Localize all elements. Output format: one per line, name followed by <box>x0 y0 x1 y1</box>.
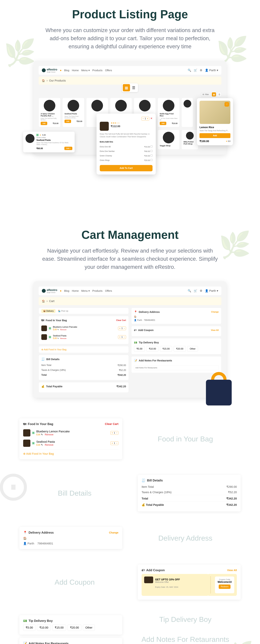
bill-details-panel: 🧾Bill Details Item Total₹290.00 Taxes & … <box>138 475 241 512</box>
addon-row[interactable]: Green Chutney₹20.00 <box>100 154 153 158</box>
nav-menu[interactable]: Menu ▾ <box>81 69 90 72</box>
grid-view-button[interactable]: ▦ <box>123 84 130 91</box>
add-button[interactable]: Add <box>64 120 71 123</box>
change-link[interactable]: Change <box>109 531 118 534</box>
redeem-button[interactable]: Redeem <box>219 584 231 589</box>
nav-blog[interactable]: Blog <box>64 290 69 292</box>
product-card[interactable]: A Spicy Chicken Paratha Roll … Enjoy The… <box>39 98 60 127</box>
product-name: Noble Egg Fried Rice <box>160 113 178 117</box>
addon-row[interactable]: Extra One Idli₹15.00 <box>100 144 153 149</box>
quantity-stepper[interactable]: +1− <box>110 442 118 445</box>
nav-blog[interactable]: Blog <box>64 69 69 72</box>
tip-option[interactable]: Other <box>187 346 198 352</box>
list-view-button[interactable]: ☰ <box>130 84 137 91</box>
edit-link[interactable]: Edit <box>36 444 40 446</box>
add-food-link[interactable]: ⊕ Add Food In Your Bag <box>23 452 54 455</box>
user-name: Parth <box>27 542 34 545</box>
settings-icon[interactable]: ⚙ <box>200 289 202 292</box>
user-phone: 7984664801 <box>37 542 53 545</box>
search-icon[interactable]: 🔍 <box>188 69 191 72</box>
view-all-link[interactable]: View All <box>227 569 237 572</box>
search-icon[interactable]: 🔍 <box>188 289 191 292</box>
tip-option[interactable]: ₹10.00 <box>37 624 51 631</box>
add-food-link[interactable]: ⊕ Add Food In Your Bag <box>41 348 66 351</box>
edit-link[interactable]: Edit <box>53 337 57 340</box>
filter-button[interactable]: ⚙ Filter <box>201 92 211 96</box>
grid-icon[interactable]: ▦ <box>212 92 216 96</box>
tip-option[interactable]: ₹15.00 <box>52 624 66 631</box>
rating-value: 0.0 <box>228 140 230 142</box>
coupon-image <box>144 576 153 583</box>
quantity-stepper[interactable]: +1− <box>118 335 126 339</box>
add-button[interactable]: Add <box>200 133 230 138</box>
quantity-stepper[interactable]: +1− <box>118 326 126 330</box>
nav-home[interactable]: Home <box>72 290 79 292</box>
edit-link[interactable]: Edit <box>36 433 40 436</box>
product-card[interactable]: BBQ Pulled Pork Wrap <box>182 130 198 150</box>
nav-menu[interactable]: Menu ▾ <box>81 289 90 292</box>
section2-desc: Navigate your cart effortlessly. Review … <box>40 247 220 271</box>
notes-input[interactable] <box>134 365 219 370</box>
addon-row[interactable]: Extra One Sambar₹40.00 <box>100 149 153 154</box>
change-link[interactable]: Change <box>211 311 219 313</box>
nav-offers[interactable]: Offers <box>105 290 112 292</box>
product-price: ₹10.00 <box>172 122 178 124</box>
tip-option[interactable]: ₹5.00 <box>134 346 145 352</box>
user-avatar[interactable]: 👤 Parth ▾ <box>205 289 218 292</box>
list-icon[interactable]: ☰ <box>217 92 221 96</box>
delivery-tab[interactable]: 📦 Delivery <box>41 309 55 313</box>
nav-offers[interactable]: Offers <box>105 69 112 72</box>
tip-option[interactable]: Other <box>83 624 95 631</box>
favorite-button[interactable]: ♡ <box>225 102 229 107</box>
brand-name: eRestro <box>47 68 57 71</box>
product-card[interactable]: Noble Egg Fried Rice …at Your South Indi… <box>158 98 180 127</box>
home-icon[interactable]: 🏠 <box>42 79 45 82</box>
coupon-headline: GET UPTO 10% OFF <box>155 578 206 581</box>
breadcrumb-item: Our Products <box>49 79 66 82</box>
nav-home[interactable]: Home <box>72 69 79 72</box>
nav-products[interactable]: Products <box>92 69 102 72</box>
user-avatar[interactable]: 👤 Parth ▾ <box>205 69 218 72</box>
view-all-link[interactable]: View All <box>211 329 219 332</box>
star-icon: ★ <box>226 140 228 142</box>
product-image <box>44 100 55 112</box>
add-to-cart-button[interactable]: Add To Cart <box>100 165 153 171</box>
bill-icon: 🧾 <box>142 478 145 482</box>
quantity-stepper[interactable]: +1− <box>110 431 118 435</box>
add-button[interactable]: Add <box>41 122 47 125</box>
list-item-card[interactable]: ★ 5.00 South Indian Seafood Pasta Savor … <box>23 132 75 152</box>
nav-products[interactable]: Products <box>92 290 102 292</box>
edit-link[interactable]: Edit <box>53 328 57 331</box>
tip-option[interactable]: ₹15.00 <box>160 346 172 352</box>
home-icon[interactable]: 🏠 <box>42 300 45 303</box>
breadcrumb-item: Cart <box>49 300 54 303</box>
close-icon[interactable]: ✕ <box>150 117 153 120</box>
plus-button[interactable]: + <box>147 118 148 120</box>
remove-link[interactable]: Remove <box>45 444 53 446</box>
cart-icon[interactable]: 🛒 <box>194 289 197 292</box>
clear-cart-link[interactable]: Clear Cart <box>105 422 118 426</box>
cart-icon[interactable]: 🛒 <box>194 69 197 72</box>
add-button[interactable]: Add <box>160 122 166 125</box>
remove-link[interactable]: Remove <box>60 329 66 331</box>
tip-option[interactable]: ₹10.00 <box>146 346 158 352</box>
featured-product-card[interactable]: ♡ Lemon Rice Taste The Tangy And Refresh… <box>197 98 233 145</box>
product-card[interactable]: Veggie Wrap <box>158 130 180 150</box>
addon-row[interactable]: Onion Rings₹20.00 <box>100 158 153 162</box>
minus-button[interactable]: − <box>142 118 144 120</box>
tip-option[interactable]: ₹20.00 <box>68 624 81 631</box>
add-button[interactable]: Add + <box>64 147 72 150</box>
quantity-stepper[interactable]: − 1 + <box>141 117 149 120</box>
coupon-card[interactable]: GET UPTO 10% OFF Welcome Offer Expiry Da… <box>142 574 237 596</box>
product-card[interactable]: Seafood Pasta Savor The Deep-Fried Goodn… <box>62 98 84 127</box>
remove-link[interactable]: Remove <box>45 433 53 436</box>
tip-option[interactable]: ₹5.00 <box>23 624 35 631</box>
pickup-tab[interactable]: 🏪 Pick Up <box>56 309 70 313</box>
remove-link[interactable]: Remove <box>60 338 66 340</box>
tip-icon: 💵 <box>23 619 27 622</box>
product-card[interactable] <box>182 98 193 127</box>
settings-icon[interactable]: ⚙ <box>200 69 202 72</box>
tip-option[interactable]: ₹20.00 <box>174 346 186 352</box>
address-panel: 📍Delivery AddressChange 🏠 👤 Parth 798466… <box>19 527 122 549</box>
clear-cart-link[interactable]: Clear Cart <box>116 319 126 322</box>
